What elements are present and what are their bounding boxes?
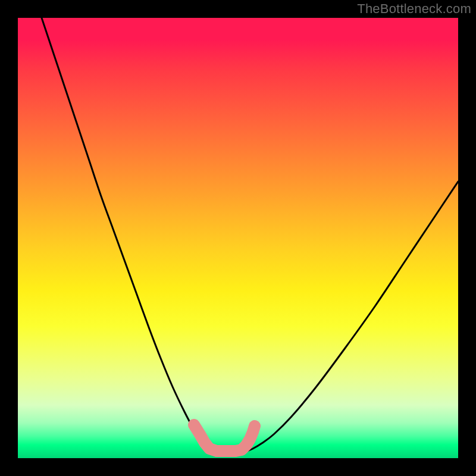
valley-mask [194,425,255,451]
curve-svg [18,18,458,458]
plot-area [18,18,458,458]
chart-frame: TheBottleneck.com [0,0,476,476]
watermark-text: TheBottleneck.com [357,1,471,17]
bottleneck-curve [42,18,458,452]
